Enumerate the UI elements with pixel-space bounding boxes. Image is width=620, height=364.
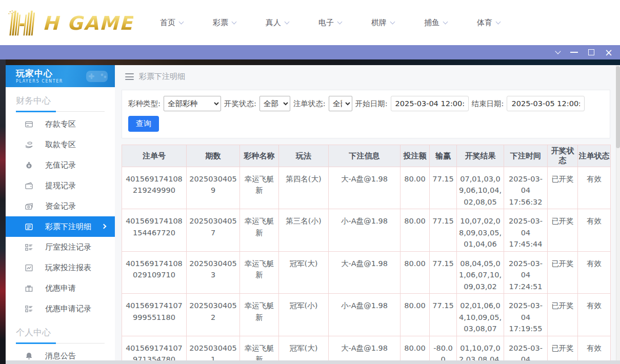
background-strip xyxy=(0,59,6,364)
wallet-icon xyxy=(25,181,33,190)
table-cell: 幸运飞艇新 xyxy=(240,294,279,336)
table-cell: 80.00 xyxy=(401,336,430,360)
nav-item-电子[interactable]: 电子 xyxy=(318,18,342,28)
table-cell: 幸运飞艇新 xyxy=(240,209,279,251)
sidebar-item-label: 充值记录 xyxy=(45,160,76,170)
nav-item-彩票[interactable]: 彩票 xyxy=(213,18,236,28)
nav-item-label: 体育 xyxy=(477,18,492,28)
lottery-type-label: 彩种类型: xyxy=(128,99,161,109)
table-cell: 已开奖 xyxy=(548,251,578,293)
order-status-select[interactable]: 全部 xyxy=(329,96,352,111)
draw-status-select[interactable]: 全部 xyxy=(259,96,290,111)
table-cell: 有效 xyxy=(578,294,611,336)
table-cell: 2025-03-04 17:15:13 xyxy=(504,336,548,360)
table-cell: 小-A盘@1.98 xyxy=(329,209,401,251)
table-cell: 2025-03-04 17:24:51 xyxy=(504,251,548,293)
chevron-down-icon xyxy=(285,19,290,24)
scrollbar[interactable] xyxy=(616,65,620,360)
close-icon[interactable]: × xyxy=(605,49,613,56)
list-icon xyxy=(25,223,33,231)
sidebar-item-label: 资金记录 xyxy=(45,201,76,211)
sidebar-item-优惠申请记录[interactable]: 优惠申请记录 xyxy=(6,298,115,319)
end-date-input[interactable] xyxy=(507,96,585,111)
table-cell: 20250304059 xyxy=(187,167,240,209)
sidebar-item-取款专区[interactable]: 取款专区 xyxy=(6,134,115,155)
table-cell: 401569174108154467720 xyxy=(122,209,187,251)
table-cell: 401569174107971354780 xyxy=(122,336,187,360)
sidebar-item-彩票下注明细[interactable]: 彩票下注明细 xyxy=(6,216,115,237)
tickets-icon xyxy=(25,202,33,211)
sidebar-item-厅室投注记录[interactable]: 厅室投注记录 xyxy=(6,237,115,257)
menu-icon[interactable] xyxy=(125,73,134,80)
column-header: 下注时间 xyxy=(504,145,548,167)
table-cell: 大-A盘@1.98 xyxy=(329,336,401,360)
minimize-icon[interactable] xyxy=(570,52,578,53)
nav-item-真人[interactable]: 真人 xyxy=(266,18,289,28)
sidebar-item-label: 玩家投注报表 xyxy=(45,263,91,273)
column-header: 注单状态 xyxy=(578,145,611,167)
sidebar-title: 玩家中心 xyxy=(16,69,63,78)
table-cell: 2025-03-04 17:19:55 xyxy=(504,294,548,336)
table-cell: 01,10,07,02,03,08,04,05,06,09 xyxy=(457,336,504,360)
table-row: 40156917410815446772020250304057幸运飞艇新第三名… xyxy=(122,209,611,251)
table-cell: 第四名(大) xyxy=(279,167,329,209)
chevron-down-icon[interactable] xyxy=(555,48,561,54)
sidebar-item-提现记录[interactable]: 提现记录 xyxy=(6,175,115,196)
column-header: 注单号 xyxy=(122,145,187,167)
nav-item-捕鱼[interactable]: 捕鱼 xyxy=(424,18,447,28)
table-cell: 20250304052 xyxy=(187,294,240,336)
nav-item-首页[interactable]: 首页 xyxy=(160,18,183,28)
table-cell: 幸运飞艇新 xyxy=(240,167,279,209)
table-cell: 幸运飞艇新 xyxy=(240,251,279,293)
draw-status-label: 开奖状态: xyxy=(224,99,256,109)
maximize-icon[interactable] xyxy=(588,49,594,55)
table-cell: 77.15 xyxy=(430,167,457,209)
table-cell: 20250304057 xyxy=(187,209,240,251)
chevron-down-icon xyxy=(179,19,184,24)
table-cell: 第三名(小) xyxy=(279,209,329,251)
sidebar-menu: 财务中心存款专区取款专区充值记录提现记录资金记录彩票下注明细厅室投注记录玩家投注… xyxy=(6,87,115,360)
scrollbar-thumb[interactable] xyxy=(616,66,620,148)
table-cell: 80.00 xyxy=(401,167,430,209)
sidebar-item-消息公告[interactable]: 消息公告 xyxy=(6,346,115,360)
nav-item-棋牌[interactable]: 棋牌 xyxy=(371,18,394,28)
table-cell: 冠军(大) xyxy=(279,251,329,293)
sidebar-item-充值记录[interactable]: 充值记录 xyxy=(6,155,115,175)
brand-logo[interactable]: H GAME xyxy=(7,9,133,36)
player-center-titles: 玩家中心 PLAYERS CENTER xyxy=(16,69,63,84)
filter-row: 彩种类型: 全部彩种 开奖状态: 全部 注单状态: 全部 开始日期: 结束日期: xyxy=(128,96,604,111)
sidebar-item-label: 存款专区 xyxy=(45,119,76,129)
start-date-input[interactable] xyxy=(391,96,469,111)
sidebar-item-存款专区[interactable]: 存款专区 xyxy=(6,114,115,134)
app-backdrop: 玩家中心 PLAYERS CENTER 财务中心存款专区取款专区充值记录提现记录… xyxy=(0,59,620,364)
sidebar-item-label: 提现记录 xyxy=(45,181,76,191)
sidebar-item-玩家投注报表[interactable]: 玩家投注报表 xyxy=(6,257,115,278)
table-cell: 401569174107999551180 xyxy=(122,294,187,336)
breadcrumb: 彩票下注明细 xyxy=(115,65,620,82)
table-cell: 07,01,03,09,06,10,04,02,08,05 xyxy=(457,167,504,209)
table-cell: 401569174108029109710 xyxy=(122,251,187,293)
sidebar-item-优惠申请[interactable]: 优惠申请 xyxy=(6,278,115,298)
sidebar-item-label: 优惠申请记录 xyxy=(45,304,91,314)
table-cell: 大-A盘@1.98 xyxy=(329,167,401,209)
table-cell: 已开奖 xyxy=(548,336,578,360)
lottery-type-select[interactable]: 全部彩种 xyxy=(164,96,221,111)
chevron-down-icon xyxy=(337,19,343,24)
table-header-row: 注单号期数彩种名称玩法下注信息投注额输赢开奖结果下注时间开奖状态注单状态 xyxy=(122,145,611,167)
nav-item-体育[interactable]: 体育 xyxy=(477,18,500,28)
chevron-down-icon xyxy=(232,19,237,24)
table-row: 40156917410799955118020250304052幸运飞艇新冠军(… xyxy=(122,294,611,336)
table-cell: 77.15 xyxy=(430,209,457,251)
sidebar-section-title: 个人中心 xyxy=(6,319,115,343)
nav-item-label: 棋牌 xyxy=(371,18,387,28)
column-header: 输赢 xyxy=(430,145,457,167)
sidebar-item-label: 优惠申请 xyxy=(45,284,76,293)
search-button[interactable]: 查询 xyxy=(128,116,159,132)
sidebar-item-资金记录[interactable]: 资金记录 xyxy=(6,196,115,216)
chevron-right-icon xyxy=(102,224,107,229)
page-title: 彩票下注明细 xyxy=(139,72,185,82)
table-cell: 77.15 xyxy=(430,294,457,336)
table-cell: 80.00 xyxy=(401,251,430,293)
moneybag-icon xyxy=(25,161,33,170)
sidebar: 玩家中心 PLAYERS CENTER 财务中心存款专区取款专区充值记录提现记录… xyxy=(6,65,115,360)
